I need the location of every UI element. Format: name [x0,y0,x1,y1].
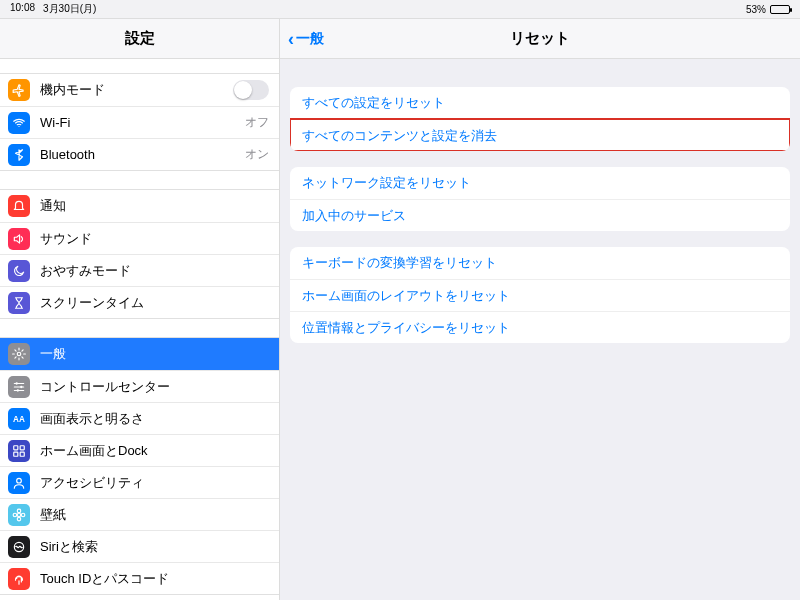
reset-option-reset-network[interactable]: ネットワーク設定をリセット [290,167,790,199]
sidebar-item-dnd[interactable]: おやすみモード [0,254,279,286]
reset-option-label: すべての設定をリセット [302,94,445,112]
bluetooth-icon [8,144,30,166]
svg-text:AA: AA [13,414,25,423]
airplane-toggle[interactable] [233,80,269,100]
sidebar-item-sounds[interactable]: サウンド [0,222,279,254]
back-label: 一般 [296,30,324,48]
sidebar-item-label: アクセシビリティ [40,474,269,492]
sidebar-item-display[interactable]: AA画面表示と明るさ [0,402,279,434]
sidebar-item-label: 壁紙 [40,506,269,524]
sidebar-item-value: オフ [245,114,269,131]
reset-option-reset-home[interactable]: ホーム画面のレイアウトをリセット [290,279,790,311]
sidebar-item-bluetooth[interactable]: Bluetoothオン [0,138,279,170]
reset-option-reset-all-settings[interactable]: すべての設定をリセット [290,87,790,119]
sidebar-title: 設定 [0,19,279,59]
svg-point-10 [17,478,22,483]
sidebar-item-label: おやすみモード [40,262,269,280]
sidebar-item-label: Bluetooth [40,147,245,162]
person-icon [8,472,30,494]
siri-icon [8,536,30,558]
svg-rect-8 [14,452,18,456]
detail-header: ‹ 一般 リセット [280,19,800,59]
status-battery-label: 53% [746,4,766,15]
reset-option-label: ネットワーク設定をリセット [302,174,471,192]
sidebar-item-value: オン [245,146,269,163]
detail-pane: ‹ 一般 リセット すべての設定をリセットすべてのコンテンツと設定を消去ネットワ… [280,19,800,600]
reset-option-label: すべてのコンテンツと設定を消去 [302,127,497,145]
moon-icon [8,260,30,282]
sidebar-item-general[interactable]: 一般 [0,338,279,370]
status-bar: 10:08 3月30日(月) 53% [0,0,800,18]
sidebar-item-label: 画面表示と明るさ [40,410,269,428]
reset-option-label: ホーム画面のレイアウトをリセット [302,287,510,305]
sidebar-item-accessibility[interactable]: アクセシビリティ [0,466,279,498]
grid-icon [8,440,30,462]
sidebar-item-screentime[interactable]: スクリーンタイム [0,286,279,318]
sidebar-item-label: 一般 [40,345,269,363]
svg-rect-9 [20,452,24,456]
sidebar-item-label: Wi-Fi [40,115,245,130]
bell-icon [8,195,30,217]
sidebar-item-notifications[interactable]: 通知 [0,190,279,222]
aa-icon: AA [8,408,30,430]
sidebar-item-label: コントロールセンター [40,378,269,396]
battery-icon [770,5,790,14]
airplane-icon [8,79,30,101]
svg-point-3 [20,385,22,387]
sidebar-item-label: 通知 [40,197,269,215]
reset-option-reset-location[interactable]: 位置情報とプライバシーをリセット [290,311,790,343]
flower-icon [8,504,30,526]
status-date: 3月30日(月) [43,2,96,16]
svg-point-1 [17,352,21,356]
chevron-left-icon: ‹ [288,30,294,48]
svg-rect-7 [20,445,24,449]
reset-option-label: 加入中のサービス [302,207,406,225]
sliders-icon [8,376,30,398]
sidebar-item-airplane[interactable]: 機内モード [0,74,279,106]
reset-option-label: キーボードの変換学習をリセット [302,254,497,272]
svg-point-15 [21,513,25,517]
svg-point-4 [17,389,19,391]
svg-point-14 [13,513,16,517]
sidebar-item-wifi[interactable]: Wi-Fiオフ [0,106,279,138]
finger-icon [8,568,30,590]
svg-point-12 [17,509,21,513]
sidebar-item-home[interactable]: ホーム画面とDock [0,434,279,466]
sidebar-item-touchid[interactable]: Touch IDとパスコード [0,562,279,594]
sidebar-item-label: ホーム画面とDock [40,442,269,460]
gear-icon [8,343,30,365]
sidebar-item-wallpaper[interactable]: 壁紙 [0,498,279,530]
reset-option-reset-keyboard[interactable]: キーボードの変換学習をリセット [290,247,790,279]
sidebar-item-controlcenter[interactable]: コントロールセンター [0,370,279,402]
sidebar-item-label: スクリーンタイム [40,294,269,312]
reset-option-subscribed-services[interactable]: 加入中のサービス [290,199,790,231]
sidebar-item-label: Siriと検索 [40,538,269,556]
speaker-icon [8,228,30,250]
hourglass-icon [8,292,30,314]
svg-point-11 [17,513,21,517]
svg-point-0 [18,125,19,126]
svg-point-13 [17,517,21,521]
back-button[interactable]: ‹ 一般 [288,19,324,59]
sidebar-item-label: サウンド [40,230,269,248]
settings-sidebar: 設定 機内モードWi-FiオフBluetoothオン通知サウンドおやすみモードス… [0,19,280,600]
status-time: 10:08 [10,2,35,16]
reset-option-erase-all[interactable]: すべてのコンテンツと設定を消去 [290,119,790,151]
svg-rect-6 [14,445,18,449]
reset-option-label: 位置情報とプライバシーをリセット [302,319,510,337]
sidebar-item-label: 機内モード [40,81,233,99]
detail-title: リセット [510,29,570,48]
sidebar-item-label: Touch IDとパスコード [40,570,269,588]
sidebar-item-siri[interactable]: Siriと検索 [0,530,279,562]
wifi-icon [8,112,30,134]
svg-point-2 [16,382,18,384]
